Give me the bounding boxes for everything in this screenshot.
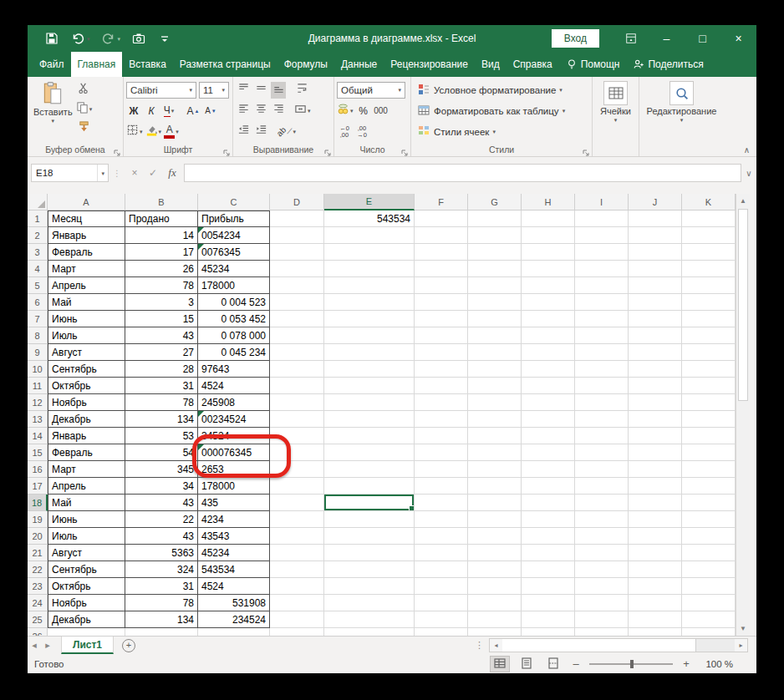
cell-F16[interactable] bbox=[415, 461, 468, 478]
cell-B25[interactable]: 134 bbox=[125, 611, 198, 628]
row-header-17[interactable]: 17 bbox=[28, 478, 48, 495]
cell-G24[interactable] bbox=[468, 595, 522, 611]
tab-Поделиться[interactable]: Поделиться bbox=[626, 52, 710, 77]
cell-C6[interactable]: 0 004 523 bbox=[198, 294, 270, 311]
align-right-button[interactable] bbox=[271, 103, 286, 119]
cell-H22[interactable] bbox=[522, 561, 575, 578]
cell-G1[interactable] bbox=[468, 211, 522, 227]
cell-J8[interactable] bbox=[629, 327, 682, 344]
cell-K23[interactable] bbox=[682, 578, 736, 595]
cell-G6[interactable] bbox=[468, 294, 522, 311]
cell-C20[interactable]: 43543 bbox=[198, 528, 270, 545]
cell-G2[interactable] bbox=[468, 227, 522, 244]
cell-F21[interactable] bbox=[415, 545, 468, 561]
cell-H5[interactable] bbox=[522, 277, 575, 294]
row-header-16[interactable]: 16 bbox=[28, 461, 48, 478]
tab-Данные[interactable]: Данные bbox=[334, 52, 384, 77]
cell-K6[interactable] bbox=[682, 294, 736, 311]
cell-I7[interactable] bbox=[575, 311, 629, 327]
font-size-select[interactable]: 11▾ bbox=[199, 82, 229, 99]
cell-A25[interactable]: Декабрь bbox=[48, 611, 125, 628]
tab-Файл[interactable]: Файл bbox=[33, 52, 71, 77]
cell-C2[interactable]: 0054234 bbox=[198, 227, 270, 244]
zoom-out-button[interactable]: – bbox=[571, 657, 581, 670]
cell-D23[interactable] bbox=[270, 578, 324, 595]
cell-B9[interactable]: 27 bbox=[125, 344, 198, 361]
cell-I22[interactable] bbox=[575, 561, 629, 578]
cell-E26[interactable] bbox=[324, 628, 415, 636]
cell-K9[interactable] bbox=[682, 344, 736, 361]
scroll-up-icon[interactable]: ▲ bbox=[736, 194, 750, 208]
cell-C22[interactable]: 543534 bbox=[198, 561, 270, 578]
cell-A20[interactable]: Июль bbox=[48, 528, 125, 545]
cell-K20[interactable] bbox=[682, 528, 736, 545]
cell-H13[interactable] bbox=[522, 411, 575, 428]
cell-A17[interactable]: Апрель bbox=[48, 478, 125, 495]
cell-K15[interactable] bbox=[682, 444, 736, 461]
cell-C12[interactable]: 245908 bbox=[198, 394, 270, 411]
cell-H21[interactable] bbox=[522, 545, 575, 561]
cell-H2[interactable] bbox=[522, 227, 575, 244]
cell-F10[interactable] bbox=[415, 361, 468, 378]
cell-G16[interactable] bbox=[468, 461, 522, 478]
cell-C5[interactable]: 178000 bbox=[198, 277, 270, 294]
cell-D26[interactable] bbox=[270, 628, 324, 636]
cell-J2[interactable] bbox=[629, 227, 682, 244]
row-header-10[interactable]: 10 bbox=[28, 361, 48, 378]
name-box-dropdown-icon[interactable]: ▾ bbox=[97, 165, 108, 181]
cell-K3[interactable] bbox=[682, 244, 736, 261]
normal-view-button[interactable] bbox=[491, 657, 509, 672]
column-header-F[interactable]: F bbox=[415, 194, 468, 211]
cell-I14[interactable] bbox=[575, 428, 629, 444]
cell-I10[interactable] bbox=[575, 361, 629, 378]
undo-button[interactable]: ▾ bbox=[70, 31, 90, 46]
cell-C9[interactable]: 0 045 234 bbox=[198, 344, 270, 361]
formula-input[interactable] bbox=[184, 164, 741, 182]
cell-D7[interactable] bbox=[270, 311, 324, 327]
cell-J17[interactable] bbox=[629, 478, 682, 495]
cell-J21[interactable] bbox=[629, 545, 682, 561]
cell-B12[interactable]: 78 bbox=[125, 394, 198, 411]
cell-B14[interactable]: 53 bbox=[125, 428, 198, 444]
cell-A7[interactable]: Июнь bbox=[48, 311, 125, 327]
cell-I6[interactable] bbox=[575, 294, 629, 311]
minimize-button[interactable]: – bbox=[649, 25, 685, 52]
cell-G12[interactable] bbox=[468, 394, 522, 411]
cell-I11[interactable] bbox=[575, 378, 629, 394]
cell-K18[interactable] bbox=[682, 495, 736, 511]
cell-A4[interactable]: Март bbox=[48, 261, 125, 277]
cell-A16[interactable]: Март bbox=[48, 461, 125, 478]
cell-A22[interactable]: Сентябрь bbox=[48, 561, 125, 578]
column-header-D[interactable]: D bbox=[270, 194, 324, 211]
cell-A24[interactable]: Ноябрь bbox=[48, 595, 125, 611]
cell-C7[interactable]: 0 053 452 bbox=[198, 311, 270, 327]
cell-H4[interactable] bbox=[522, 261, 575, 277]
cell-F19[interactable] bbox=[415, 511, 468, 528]
select-all-button[interactable] bbox=[28, 194, 48, 211]
cell-F9[interactable] bbox=[415, 344, 468, 361]
cell-G3[interactable] bbox=[468, 244, 522, 261]
cell-E24[interactable] bbox=[324, 595, 415, 611]
cell-D21[interactable] bbox=[270, 545, 324, 561]
cell-A2[interactable]: Январь bbox=[48, 227, 125, 244]
cell-D25[interactable] bbox=[270, 611, 324, 628]
shrink-font-button[interactable]: А▼ bbox=[203, 103, 218, 119]
cell-F15[interactable] bbox=[415, 444, 468, 461]
cell-J14[interactable] bbox=[629, 428, 682, 444]
cell-E16[interactable] bbox=[324, 461, 415, 478]
row-header-14[interactable]: 14 bbox=[28, 428, 48, 444]
align-left-button[interactable] bbox=[236, 103, 251, 119]
cell-K24[interactable] bbox=[682, 595, 736, 611]
cell-G23[interactable] bbox=[468, 578, 522, 595]
cell-K12[interactable] bbox=[682, 394, 736, 411]
cell-H17[interactable] bbox=[522, 478, 575, 495]
cell-F24[interactable] bbox=[415, 595, 468, 611]
cell-G4[interactable] bbox=[468, 261, 522, 277]
cell-H10[interactable] bbox=[522, 361, 575, 378]
cell-K16[interactable] bbox=[682, 461, 736, 478]
cell-J25[interactable] bbox=[629, 611, 682, 628]
cell-F18[interactable] bbox=[415, 495, 468, 511]
cell-H3[interactable] bbox=[522, 244, 575, 261]
wrap-text-button[interactable] bbox=[294, 82, 309, 99]
cell-G17[interactable] bbox=[468, 478, 522, 495]
